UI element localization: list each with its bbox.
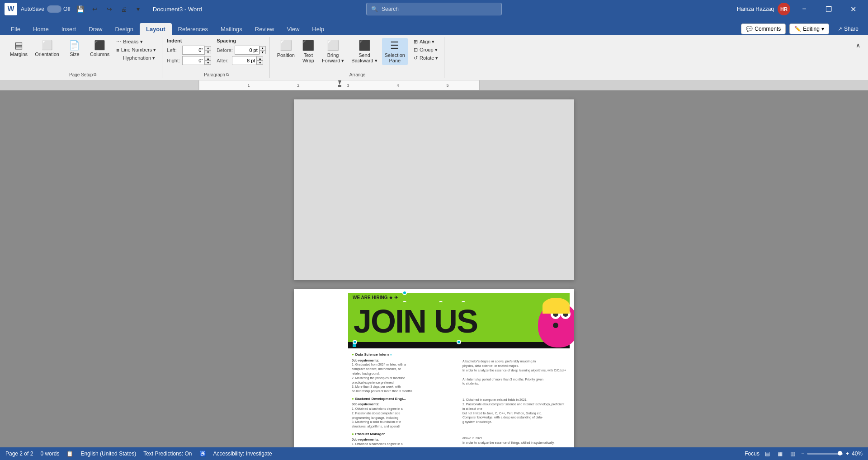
columns-button[interactable]: ⬛ Columns — [87, 38, 112, 59]
tab-draw[interactable]: Draw — [82, 23, 108, 35]
line-numbers-icon: ≡ — [116, 47, 119, 53]
autosave-toggle[interactable]: Off — [47, 5, 71, 13]
share-button[interactable]: ↗ Share — [833, 23, 863, 34]
spacing-before-spinner[interactable]: ▲ ▼ — [235, 46, 266, 55]
svg-text:4: 4 — [396, 83, 399, 88]
send-backward-button[interactable]: ⬛ Send Backward ▾ — [349, 38, 380, 66]
word-count: 0 words — [40, 451, 59, 457]
indent-right-spinner[interactable]: ▲ ▼ — [182, 56, 211, 65]
focus-label[interactable]: Focus — [745, 451, 760, 457]
breaks-icon: ⋯ — [116, 39, 121, 45]
spacing-after-spinner[interactable]: ▲ ▼ — [232, 56, 263, 65]
line-numbers-button[interactable]: ≡ Line Numbers ▾ — [114, 46, 158, 54]
margins-icon: ▤ — [14, 40, 23, 51]
tab-mailings[interactable]: Mailings — [214, 23, 249, 35]
toggle-switch[interactable] — [47, 5, 61, 13]
spacing-before-up[interactable]: ▲ — [259, 46, 266, 50]
job-2-title-left: Backend Development Engi... — [355, 396, 406, 401]
tab-file[interactable]: File — [5, 23, 27, 35]
avatar: HR — [778, 3, 790, 15]
margins-button[interactable]: ▤ Margins — [7, 38, 30, 59]
hyphenation-button[interactable]: — Hyphenation ▾ — [114, 54, 158, 62]
bring-forward-button[interactable]: ⬜ Bring Forward ▾ — [319, 38, 347, 66]
text-wrap-button[interactable]: ⬛ Text Wrap — [299, 38, 317, 65]
view-print-btn[interactable]: ▤ — [763, 449, 772, 458]
indent-left-down[interactable]: ▼ — [205, 50, 211, 54]
document-scroll[interactable]: WE ARE HIRING ★ ✈ JOIN US — [0, 90, 868, 447]
status-bar: Page 2 of 2 0 words 📋 English (United St… — [0, 447, 868, 460]
spacing-after-up[interactable]: ▲ — [257, 56, 263, 61]
spacing-after-input[interactable] — [232, 56, 257, 65]
tab-review[interactable]: Review — [249, 23, 281, 35]
zoom-control[interactable]: − + 40% — [801, 451, 863, 457]
collapse-ribbon-button[interactable]: ∧ — [852, 39, 864, 52]
qat-more-button[interactable]: ▾ — [132, 3, 145, 15]
undo-button[interactable]: ↩ — [89, 3, 101, 15]
tab-references[interactable]: References — [172, 23, 214, 35]
spacing-after-down[interactable]: ▼ — [257, 61, 263, 65]
spacing-before-label: Before: — [217, 47, 232, 53]
paragraph-expand-icon[interactable]: ⧉ — [226, 72, 229, 77]
comments-button[interactable]: 💬 Comments — [741, 23, 786, 34]
orientation-button[interactable]: ⬜ Orientation — [32, 38, 62, 59]
spacing-before-input[interactable] — [235, 46, 259, 55]
close-button[interactable]: ✕ — [843, 0, 863, 18]
comments-icon: 💬 — [746, 26, 753, 32]
view-read-btn[interactable]: ▥ — [788, 449, 797, 458]
search-box[interactable]: 🔍 Search — [366, 3, 502, 15]
indent-right-label: Right: — [167, 58, 180, 63]
spacing-after-label: After: — [217, 58, 230, 63]
group-button[interactable]: ⊡ Group ▾ — [411, 46, 440, 54]
job-1-text-left: 1. Graduated from 2024 or later, with ac… — [352, 362, 455, 394]
indent-right-row: Right: ▲ ▼ — [167, 56, 211, 65]
indent-left-input[interactable] — [182, 46, 205, 55]
indent-left-spinner[interactable]: ▲ ▼ — [182, 46, 211, 55]
editing-icon: ✏️ — [794, 26, 801, 32]
align-label: Align ▾ — [420, 39, 435, 45]
job-1-title: Data Science Intern — [355, 352, 389, 357]
accessibility-label[interactable]: Accessibility: Investigate — [213, 451, 272, 457]
join-us-text-area: JOIN US — [354, 306, 477, 337]
selection-handle-tl — [402, 291, 407, 295]
autosave-area: AutoSave Off — [21, 5, 71, 13]
zoom-slider[interactable] — [807, 453, 843, 455]
selection-pane-label: Selection Pane — [385, 52, 405, 63]
job-col-left: ● Data Science Intern ● Job requirements… — [348, 348, 459, 447]
page-setup-expand-icon[interactable]: ⧉ — [94, 72, 96, 77]
indent-right-input[interactable] — [182, 56, 205, 65]
tab-home[interactable]: Home — [27, 23, 55, 35]
columns-icon: ⬛ — [94, 40, 105, 51]
hyphenation-icon: — — [116, 56, 121, 61]
restore-button[interactable]: ❐ — [818, 0, 839, 18]
print-button[interactable]: 🖨 — [118, 3, 130, 15]
breaks-button[interactable]: ⋯ Breaks ▾ — [114, 38, 158, 46]
position-button[interactable]: ⬜ Position — [274, 38, 297, 60]
minimize-button[interactable]: − — [794, 0, 815, 18]
zoom-out-btn[interactable]: − — [801, 451, 804, 457]
align-button[interactable]: ⊞ Align ▾ — [411, 38, 440, 46]
indent-right-up[interactable]: ▲ — [205, 56, 211, 61]
rotate-button[interactable]: ↺ Rotate ▾ — [411, 54, 440, 62]
hiring-text: WE ARE HIRING ★ ✈ — [353, 295, 398, 300]
view-web-btn[interactable]: ▦ — [776, 449, 785, 458]
tab-help[interactable]: Help — [306, 23, 330, 35]
indent-left-up[interactable]: ▲ — [205, 46, 211, 50]
size-button[interactable]: 📄 Size — [64, 38, 85, 59]
share-label: Share — [844, 26, 859, 32]
tab-layout[interactable]: Layout — [140, 23, 172, 35]
spacing-before-down[interactable]: ▼ — [259, 50, 266, 54]
selection-pane-button[interactable]: ☰ Selection Pane — [382, 38, 408, 65]
save-button[interactable]: 💾 — [74, 3, 87, 15]
redo-button[interactable]: ↪ — [103, 3, 116, 15]
editing-button[interactable]: ✏️ Editing ▾ — [789, 23, 829, 34]
join-us-text: JOIN US — [354, 306, 477, 337]
tab-design[interactable]: Design — [109, 23, 140, 35]
user-name: Hamza Razzaq — [737, 6, 774, 12]
proofing-icon[interactable]: 📋 — [66, 451, 73, 457]
zoom-in-btn[interactable]: + — [846, 451, 849, 457]
tab-insert[interactable]: Insert — [55, 23, 83, 35]
tab-view[interactable]: View — [280, 23, 306, 35]
indent-left-label: Left: — [167, 47, 180, 53]
position-label: Position — [277, 52, 295, 58]
indent-right-down[interactable]: ▼ — [205, 61, 211, 65]
